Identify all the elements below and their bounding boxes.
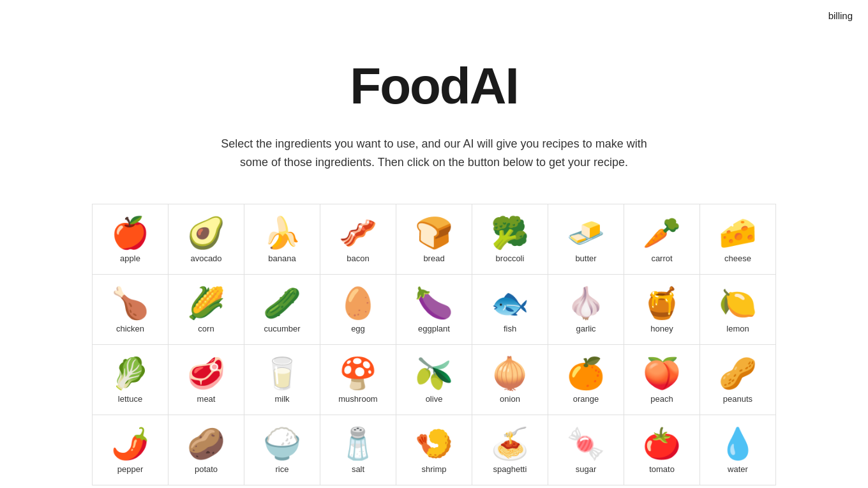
ingredient-milk[interactable]: 🥛milk — [244, 345, 320, 415]
ingredient-pepper[interactable]: 🌶️pepper — [93, 415, 168, 485]
bacon-emoji: 🥓 — [339, 218, 377, 248]
ingredients-grid: 🍎apple🥑avocado🍌banana🥓bacon🍞bread🥦brocco… — [92, 204, 776, 485]
lemon-emoji: 🍋 — [719, 288, 757, 319]
honey-label: honey — [650, 324, 673, 333]
ingredient-rice[interactable]: 🍚rice — [244, 415, 320, 485]
ingredient-carrot[interactable]: 🥕carrot — [624, 204, 700, 275]
broccoli-emoji: 🥦 — [491, 218, 529, 248]
ingredient-banana[interactable]: 🍌banana — [244, 204, 320, 275]
egg-label: egg — [351, 324, 365, 333]
ingredient-butter[interactable]: 🧈butter — [548, 204, 624, 275]
tomato-emoji: 🍅 — [643, 429, 681, 459]
ingredients-section: 🍎apple🥑avocado🍌banana🥓bacon🍞bread🥦brocco… — [0, 204, 868, 485]
ingredient-corn[interactable]: 🌽corn — [168, 275, 244, 345]
tomato-label: tomato — [649, 464, 675, 474]
ingredient-spaghetti[interactable]: 🍝spaghetti — [472, 415, 548, 485]
olive-label: olive — [426, 394, 443, 404]
ingredient-honey[interactable]: 🍯honey — [624, 275, 700, 345]
ingredient-onion[interactable]: 🧅onion — [472, 345, 548, 415]
ingredient-bread[interactable]: 🍞bread — [396, 204, 472, 275]
ingredient-lettuce[interactable]: 🥬lettuce — [93, 345, 168, 415]
chicken-label: chicken — [116, 324, 144, 333]
shrimp-label: shrimp — [421, 464, 446, 474]
potato-emoji: 🥔 — [187, 429, 225, 459]
ingredient-mushroom[interactable]: 🍄mushroom — [320, 345, 396, 415]
ingredient-chicken[interactable]: 🍗chicken — [93, 275, 168, 345]
garlic-emoji: 🧄 — [567, 288, 605, 319]
garlic-label: garlic — [576, 324, 595, 333]
meat-emoji: 🥩 — [187, 358, 225, 389]
ingredient-meat[interactable]: 🥩meat — [168, 345, 244, 415]
corn-label: corn — [198, 324, 214, 333]
meat-label: meat — [197, 394, 216, 404]
spaghetti-label: spaghetti — [493, 464, 527, 474]
fish-emoji: 🐟 — [491, 288, 529, 319]
rice-emoji: 🍚 — [263, 429, 301, 459]
chicken-emoji: 🍗 — [111, 288, 149, 319]
peanuts-emoji: 🥜 — [719, 358, 757, 389]
cheese-emoji: 🧀 — [719, 218, 757, 248]
butter-emoji: 🧈 — [567, 218, 605, 248]
ingredient-cucumber[interactable]: 🥒cucumber — [244, 275, 320, 345]
hero-subtitle: Select the ingredients you want to use, … — [211, 135, 657, 172]
bread-label: bread — [423, 254, 444, 263]
onion-label: onion — [500, 394, 520, 404]
mushroom-label: mushroom — [338, 394, 377, 404]
pepper-label: pepper — [117, 464, 143, 474]
ingredient-shrimp[interactable]: 🍤shrimp — [396, 415, 472, 485]
butter-label: butter — [575, 254, 596, 263]
milk-label: milk — [274, 394, 289, 404]
ingredient-salt[interactable]: 🧂salt — [320, 415, 396, 485]
ingredient-orange[interactable]: 🍊orange — [548, 345, 624, 415]
cucumber-emoji: 🥒 — [263, 288, 301, 319]
sugar-label: sugar — [576, 464, 597, 474]
pepper-emoji: 🌶️ — [111, 429, 149, 459]
orange-label: orange — [573, 394, 599, 404]
peach-label: peach — [650, 394, 673, 404]
ingredient-peanuts[interactable]: 🥜peanuts — [700, 345, 776, 415]
hero-section: FoodAI Select the ingredients you want t… — [0, 31, 868, 204]
ingredient-tomato[interactable]: 🍅tomato — [624, 415, 700, 485]
eggplant-label: eggplant — [418, 324, 450, 333]
ingredient-potato[interactable]: 🥔potato — [168, 415, 244, 485]
lemon-label: lemon — [726, 324, 749, 333]
ingredient-broccoli[interactable]: 🥦broccoli — [472, 204, 548, 275]
bacon-label: bacon — [347, 254, 369, 263]
ingredient-sugar[interactable]: 🍬sugar — [548, 415, 624, 485]
eggplant-emoji: 🍆 — [415, 288, 453, 319]
fish-label: fish — [504, 324, 516, 333]
onion-emoji: 🧅 — [491, 358, 529, 389]
rice-label: rice — [276, 464, 289, 474]
ingredient-cheese[interactable]: 🧀cheese — [700, 204, 776, 275]
billing-link[interactable]: billing — [828, 10, 853, 21]
banana-label: banana — [268, 254, 296, 263]
sugar-emoji: 🍬 — [567, 429, 605, 459]
cucumber-label: cucumber — [264, 324, 300, 333]
ingredient-peach[interactable]: 🍑peach — [624, 345, 700, 415]
avocado-label: avocado — [190, 254, 221, 263]
ingredient-lemon[interactable]: 🍋lemon — [700, 275, 776, 345]
ingredient-avocado[interactable]: 🥑avocado — [168, 204, 244, 275]
mushroom-emoji: 🍄 — [339, 358, 377, 389]
egg-emoji: 🥚 — [339, 288, 377, 319]
spaghetti-emoji: 🍝 — [491, 429, 529, 459]
honey-emoji: 🍯 — [643, 288, 681, 319]
bread-emoji: 🍞 — [415, 218, 453, 248]
app-title: FoodAI — [13, 57, 855, 116]
ingredient-eggplant[interactable]: 🍆eggplant — [396, 275, 472, 345]
ingredient-bacon[interactable]: 🥓bacon — [320, 204, 396, 275]
banana-emoji: 🍌 — [263, 218, 301, 248]
ingredient-olive[interactable]: 🫒olive — [396, 345, 472, 415]
ingredient-fish[interactable]: 🐟fish — [472, 275, 548, 345]
ingredient-water[interactable]: 💧water — [700, 415, 776, 485]
potato-label: potato — [195, 464, 218, 474]
orange-emoji: 🍊 — [567, 358, 605, 389]
ingredient-garlic[interactable]: 🧄garlic — [548, 275, 624, 345]
avocado-emoji: 🥑 — [187, 218, 225, 248]
lettuce-label: lettuce — [118, 394, 142, 404]
ingredient-egg[interactable]: 🥚egg — [320, 275, 396, 345]
ingredient-apple[interactable]: 🍎apple — [93, 204, 168, 275]
apple-label: apple — [120, 254, 140, 263]
corn-emoji: 🌽 — [187, 288, 225, 319]
peach-emoji: 🍑 — [643, 358, 681, 389]
